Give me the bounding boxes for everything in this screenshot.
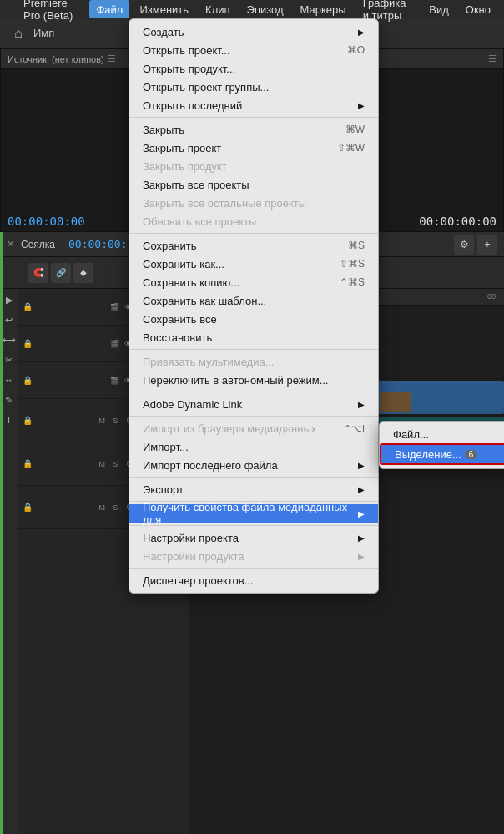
menu-item-close[interactable]: Закрыть ⌘W [129,120,378,139]
menubar-window[interactable]: Окно [459,0,497,18]
menu-item-dynamic-link[interactable]: Adobe Dynamic Link ▶ [129,395,378,413]
separator-3 [129,349,378,350]
menu-item-save-template[interactable]: Сохранить как шаблон... [129,291,378,310]
separator-1 [129,117,378,118]
menu-item-open-group[interactable]: Открыть проект группы... [129,78,378,96]
menu-item-project-settings[interactable]: Настройки проекта ▶ [129,528,378,547]
menubar: Premiere Pro (Beta) Файл Изменить Клип Э… [0,0,504,18]
submenu-item-selection-label: Выделение... [395,448,461,461]
menu-item-get-props-arrow: ▶ [358,509,365,518]
submenu-item-selection[interactable]: Выделение... 6 [381,445,504,463]
menubar-clip[interactable]: Клип [199,0,236,18]
menu-item-save-as-label: Сохранить как... [143,258,340,270]
menu-item-import-browser-shortcut: ⌃⌥I [344,423,365,434]
menu-item-open-project-label: Открыть проект... [143,44,347,57]
menu-item-link-media-label: Привязать мультимедиа... [143,356,365,368]
menubar-app[interactable]: Premiere Pro (Beta) [17,0,86,18]
menu-item-refresh-all-label: Обновить все проекты [143,215,365,228]
menu-item-create[interactable]: Создать ▶ [129,23,378,41]
menu-item-create-arrow: ▶ [358,28,365,37]
menu-item-open-recent-label: Открыть последний [143,99,358,112]
submenu-item-file[interactable]: Файл... [380,425,504,443]
menu-item-open-group-label: Открыть проект группы... [143,81,365,94]
menu-item-close-all[interactable]: Закрыть все проекты [129,175,378,194]
menu-item-close-all-label: Закрыть все проекты [143,179,365,191]
separator-5 [129,416,378,417]
menu-item-open-recent[interactable]: Открыть последний ▶ [129,96,378,114]
menu-item-revert[interactable]: Восстановить [129,328,378,346]
menu-item-import-from-browser[interactable]: Импорт из браузера медиаданных ⌃⌥I [129,419,378,437]
menubar-view[interactable]: Вид [422,0,456,18]
menu-item-get-props[interactable]: Получить свойства файла медиаданных для … [129,504,378,523]
menu-item-save-all[interactable]: Сохранить все [129,310,378,328]
menu-item-product-settings-label: Настройки продукта [143,550,358,563]
menu-item-export-arrow: ▶ [358,485,365,494]
menu-item-dynamic-link-label: Adobe Dynamic Link [143,398,358,411]
separator-9 [129,568,378,569]
menu-item-get-props-label: Получить свойства файла медиаданных для [143,501,358,526]
menu-item-project-settings-label: Настройки проекта [143,532,358,544]
submenu-highlighted-box: Выделение... 6 [380,443,504,465]
menu-item-close-project[interactable]: Закрыть проект ⇧⌘W [129,139,378,157]
menu-item-project-manager-label: Диспетчер проектов... [143,574,365,587]
menu-item-save-as[interactable]: Сохранить как... ⇧⌘S [129,255,378,273]
menu-item-save-copy-shortcut: ⌃⌘S [340,276,365,288]
menubar-markers[interactable]: Маркеры [294,0,353,18]
separator-6 [129,477,378,478]
menu-item-save-copy[interactable]: Сохранить копию... ⌃⌘S [129,273,378,291]
menu-item-open-product-label: Открыть продукт... [143,63,365,75]
menu-item-close-project-shortcut: ⇧⌘W [337,142,365,154]
menu-item-close-label: Закрыть [143,124,345,136]
menu-item-close-shortcut: ⌘W [345,124,365,135]
menu-item-save-all-label: Сохранить все [143,313,365,326]
menu-item-revert-label: Восстановить [143,331,365,344]
submenu-item-file-label: Файл... [393,428,429,441]
menu-item-save-as-shortcut: ⇧⌘S [340,258,365,270]
menu-item-link-media[interactable]: Привязать мультимедиа... [129,352,378,371]
menu-item-import-last-label: Импорт последнего файла [143,459,358,472]
menu-item-open-recent-arrow: ▶ [358,101,365,110]
separator-4 [129,392,378,392]
menubar-graphics[interactable]: Графика и титры [356,0,420,18]
menu-item-close-product-label: Закрыть продукт [143,160,365,173]
menu-item-project-settings-arrow: ▶ [358,533,365,543]
menu-item-close-project-label: Закрыть проект [143,142,337,154]
file-menu: Создать ▶ Открыть проект... ⌘O Открыть п… [129,18,379,594]
menu-item-save-shortcut: ⌘S [348,240,365,251]
menu-item-import[interactable]: Импорт... [129,437,378,456]
menu-item-dynamic-link-arrow: ▶ [358,400,365,409]
menu-item-close-product[interactable]: Закрыть продукт [129,157,378,175]
separator-2 [129,233,378,234]
menu-item-close-others-label: Закрыть все остальные проекты [143,197,365,210]
dropdown-overlay: Создать ▶ Открыть проект... ⌘O Открыть п… [0,18,504,834]
menu-item-save-template-label: Сохранить как шаблон... [143,295,365,307]
menu-item-open-project[interactable]: Открыть проект... ⌘O [129,41,378,59]
menu-item-product-settings[interactable]: Настройки продукта ▶ [129,547,378,565]
menu-item-save[interactable]: Сохранить ⌘S [129,236,378,255]
submenu-get-props: Файл... Выделение... 6 [379,421,504,469]
menu-item-import-last-arrow: ▶ [358,461,365,470]
menu-item-offline-mode-label: Переключить в автономный режим... [143,374,365,387]
menu-item-refresh-all[interactable]: Обновить все проекты [129,212,378,230]
menubar-edit[interactable]: Изменить [133,0,195,18]
menu-item-create-label: Создать [143,26,358,38]
menu-item-open-project-shortcut: ⌘O [347,44,365,56]
submenu-item-selection-badge: 6 [465,450,478,459]
menu-item-open-product[interactable]: Открыть продукт... [129,59,378,78]
menu-item-export[interactable]: Экспорт ▶ [129,480,378,498]
menubar-episode[interactable]: Эпизод [240,0,290,18]
menu-item-export-label: Экспорт [143,483,358,496]
menu-item-save-copy-label: Сохранить копию... [143,276,340,289]
menu-item-project-manager[interactable]: Диспетчер проектов... [129,571,378,589]
menu-item-import-browser-label: Импорт из браузера медиаданных [143,422,344,435]
menu-item-offline-mode[interactable]: Переключить в автономный режим... [129,371,378,389]
menu-item-close-others[interactable]: Закрыть все остальные проекты [129,194,378,212]
menubar-file[interactable]: Файл [89,0,129,18]
menu-item-import-label: Импорт... [143,441,365,453]
menu-item-import-last[interactable]: Импорт последнего файла ▶ [129,456,378,474]
menu-item-product-settings-arrow: ▶ [358,552,365,561]
menu-item-save-label: Сохранить [143,240,348,252]
